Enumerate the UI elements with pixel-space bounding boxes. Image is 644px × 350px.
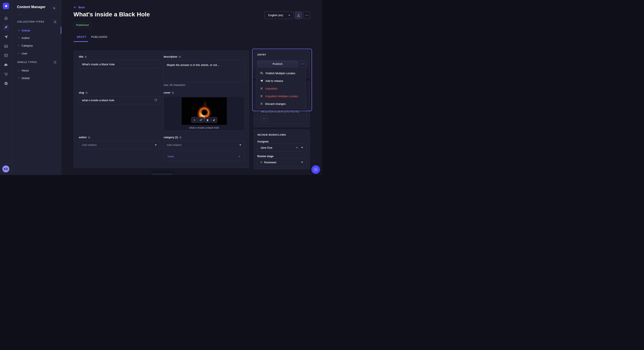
menu-item-discard-changes[interactable]: Discard changes (256, 100, 306, 108)
review-stage-select[interactable]: Reviewed (257, 158, 306, 166)
app-window: KD Content Manager COLLECTION TYPES 4 Ar… (0, 0, 322, 175)
rail-item-releases[interactable] (0, 32, 12, 41)
single-types-count-badge: 2 (53, 60, 57, 64)
rail-item-marketplace[interactable] (0, 70, 12, 78)
globe-icon (88, 136, 90, 139)
bullet-icon (18, 53, 19, 54)
entry-heading: ENTRY (258, 53, 266, 56)
download-button[interactable] (295, 11, 302, 19)
cover-image-black-hole[interactable] (182, 97, 227, 125)
category-field-label: category (1) (164, 136, 182, 139)
category-tag-news[interactable]: news (168, 155, 238, 158)
paper-plane-icon (4, 35, 8, 39)
cover-edit-button[interactable] (211, 117, 217, 123)
locale-value: English (en) (268, 14, 283, 17)
gear-icon (4, 81, 8, 85)
review-workflows-heading: REVIEW WORKFLOWS (258, 134, 286, 136)
cover-field-label: cover (164, 91, 174, 94)
cover-media-field: what-s-inside-a-black-hole (164, 96, 245, 131)
link-icon (200, 119, 202, 121)
title-input[interactable] (79, 60, 160, 68)
strapi-logo-icon (4, 4, 8, 8)
entry-more-button[interactable] (300, 61, 306, 67)
menu-item-add-to-release[interactable]: Add to release (256, 77, 306, 85)
sidebar-item-label: Article (22, 29, 30, 32)
bullet-icon (18, 45, 19, 46)
locale-select[interactable]: English (en) (264, 11, 294, 19)
back-label: Back (78, 6, 85, 9)
description-field-label: description (164, 55, 181, 58)
question-mark-icon: ? (314, 168, 318, 172)
sidebar-item-author[interactable]: Author (17, 35, 58, 41)
author-relation-select[interactable]: Add relation (79, 141, 160, 149)
sidebar-item-category[interactable]: Category (17, 43, 58, 48)
publish-button[interactable]: Publish (257, 61, 298, 67)
field-label-text: slug (79, 91, 84, 94)
stage-value: Reviewed (264, 161, 301, 164)
globe-icon (172, 92, 174, 94)
rail-item-content-manager[interactable] (0, 23, 12, 31)
sidebar-item-label: Global (22, 77, 30, 80)
sidebar-search-button[interactable] (51, 5, 57, 11)
entry-actions-menu: Publish Multiple Locales Add to release … (256, 68, 306, 109)
rail-divider-top (0, 12, 12, 12)
globe-icon (84, 56, 87, 58)
trash-icon (206, 119, 209, 121)
close-icon (238, 155, 241, 158)
category-placeholder: Add relation (167, 143, 239, 147)
regenerate-slug-button[interactable] (154, 98, 158, 102)
user-avatar[interactable]: KD (2, 166, 9, 173)
menu-item-label: Discard changes (265, 102, 286, 105)
feather-icon (4, 25, 8, 29)
menu-item-unpublish[interactable]: Unpublish (256, 85, 306, 92)
date-more-button[interactable] (261, 115, 268, 122)
clear-assignee-button[interactable] (296, 146, 298, 149)
rail-item-media-library[interactable] (0, 42, 12, 50)
sidebar-item-about[interactable]: About (17, 68, 58, 73)
stage-status-dot (260, 161, 262, 163)
author-field-label: author (79, 136, 90, 139)
more-horizontal-icon (302, 62, 305, 65)
content-manager-sidebar: Content Manager COLLECTION TYPES 4 Artic… (12, 0, 61, 175)
search-icon (53, 7, 56, 9)
section-label-collection-types: COLLECTION TYPES (17, 20, 44, 23)
cover-add-button[interactable] (191, 117, 198, 123)
category-relation-select[interactable]: Add relation (164, 141, 245, 149)
collapsed-bottom-panel[interactable] (152, 173, 173, 175)
description-textarea[interactable]: Maybe the answer is in this article, or … (164, 60, 245, 82)
globe-icon (179, 136, 182, 139)
rail-item-settings[interactable] (0, 79, 12, 88)
sidebar-title: Content Manager (17, 5, 46, 9)
rail-item-cloud[interactable] (0, 61, 12, 69)
download-icon (297, 14, 300, 17)
menu-item-unpublish-multiple-locales[interactable]: Unpublish Multiple Locales (256, 92, 306, 100)
rail-item-content-type-builder[interactable] (0, 51, 12, 59)
cover-copy-link-button[interactable] (198, 117, 204, 123)
sidebar-item-label: Category (22, 44, 33, 47)
cart-icon (4, 72, 8, 76)
menu-item-publish-multiple-locales[interactable]: Publish Multiple Locales (256, 69, 306, 77)
page-title: What's inside a Black Hole (74, 11, 150, 18)
help-button[interactable]: ? (311, 165, 320, 174)
assignee-select[interactable]: Jane Doe (257, 144, 306, 152)
back-link[interactable]: Back (74, 6, 85, 9)
tab-draft[interactable]: DRAFT (77, 35, 86, 38)
header-more-button[interactable] (303, 11, 310, 19)
chevron-down-icon (301, 161, 303, 163)
cover-delete-button[interactable] (204, 117, 210, 123)
sidebar-item-article[interactable]: Article (17, 28, 58, 33)
sidebar-divider (17, 15, 22, 15)
images-icon (4, 44, 8, 48)
tab-published[interactable]: PUBLISHED (91, 35, 108, 38)
rail-item-home[interactable] (0, 14, 12, 22)
sidebar-item-global[interactable]: Global (17, 75, 58, 81)
active-item-indicator (61, 27, 61, 34)
strapi-logo[interactable] (3, 3, 9, 9)
remove-tag-button[interactable] (238, 155, 241, 158)
more-horizontal-icon (262, 117, 266, 120)
home-icon (4, 16, 8, 20)
slug-input[interactable] (79, 96, 160, 104)
sidebar-item-label: User (22, 52, 27, 55)
close-icon (260, 87, 263, 90)
sidebar-item-user[interactable]: User (17, 51, 58, 56)
